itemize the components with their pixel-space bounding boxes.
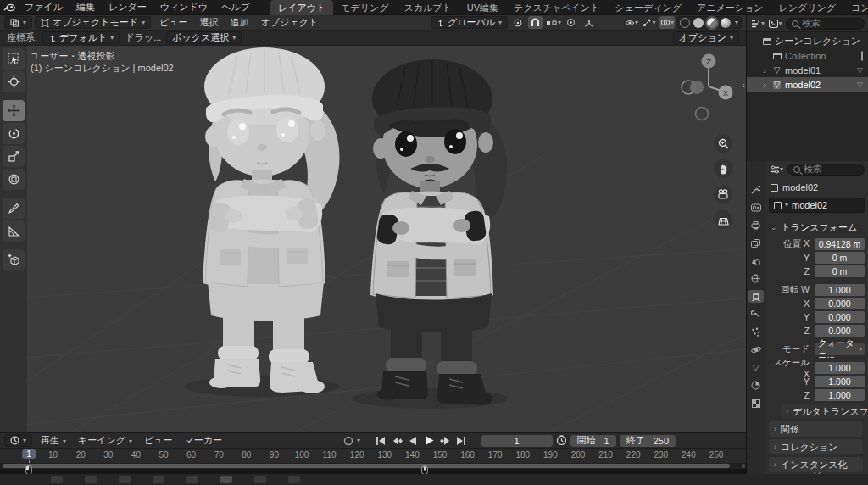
timeline-ruler[interactable]: 1102030405060708090100110120130140150160… [0, 448, 746, 463]
viewport-menu[interactable]: ビュー [153, 15, 194, 30]
outliner-row[interactable]: ›▽model01▽ [747, 63, 868, 77]
funnel-icon[interactable]: ▽ [857, 66, 863, 75]
navigation-gizmo[interactable]: Z X [680, 49, 734, 127]
properties-filter-button[interactable]: ▾ [769, 163, 784, 176]
select-box-tool[interactable] [3, 48, 25, 70]
add-primitive-tool[interactable] [3, 249, 25, 270]
timeline-menu[interactable]: マーカー [179, 433, 229, 448]
viewport-menu[interactable]: 追加 [225, 15, 255, 30]
prev-keyframe-button[interactable] [389, 435, 404, 447]
workspace-tab[interactable]: シェーディング [607, 0, 689, 15]
proportional-falloff-button[interactable] [581, 16, 597, 29]
funnel-icon[interactable]: ▽ [857, 81, 863, 89]
transform-orientation[interactable]: グローバル ▾ [431, 16, 508, 29]
property-value-field[interactable]: 1.000 [815, 284, 865, 296]
mode-dropdown[interactable]: クォータニ...▾ [815, 343, 865, 355]
timeline-menu[interactable]: ビュー [138, 433, 179, 448]
workspace-tab[interactable]: レンダリング [771, 0, 843, 15]
property-value-field[interactable]: 0.94128 m [815, 238, 865, 250]
object-name-field[interactable]: ▾ model02 [769, 198, 865, 213]
viewport-menu[interactable]: オブジェクト [255, 15, 325, 30]
rotate-tool[interactable] [3, 123, 25, 144]
play-reverse-button[interactable] [405, 435, 420, 447]
tool-tab[interactable] [748, 183, 764, 196]
select-mode-dropdown[interactable]: ボックス選択 ▾ [166, 31, 242, 44]
property-value-field[interactable]: 0 m [815, 265, 865, 277]
outliner-display-mode-button[interactable]: ▾ [750, 17, 765, 30]
outliner-search-input[interactable]: 検索 [786, 18, 865, 30]
jump-to-start-button[interactable] [373, 435, 388, 447]
topbar-menu[interactable]: ウィンドウ [153, 0, 214, 14]
material-properties-tab[interactable] [748, 379, 764, 392]
panel-section-header[interactable]: ›デルタトランスフォーム [781, 404, 863, 419]
workspace-tab[interactable]: スカルプト [396, 0, 459, 15]
wireframe-shading-icon[interactable] [680, 18, 690, 28]
panel-collapse-arrow[interactable]: ‹ [742, 80, 745, 90]
material-shading-icon[interactable] [707, 18, 717, 28]
topbar-menu[interactable]: レンダー [102, 0, 153, 14]
use-preview-range-icon[interactable] [556, 435, 567, 446]
chevron-down-icon[interactable]: ▾ [735, 20, 738, 26]
annotate-tool[interactable] [3, 198, 25, 219]
move-tool[interactable] [3, 100, 25, 121]
camera-view-icon[interactable] [714, 185, 732, 203]
character-model01[interactable] [184, 47, 340, 397]
cursor-tool[interactable] [3, 71, 25, 92]
workspace-tab[interactable]: テクスチャペイント [506, 0, 607, 15]
timeline-vscroll-nub[interactable] [742, 464, 745, 468]
mode-selector[interactable]: オブジェクトモード ▾ [35, 16, 151, 29]
pivot-point-button[interactable] [510, 16, 526, 29]
gizmos-dropdown[interactable]: ▾ [642, 16, 657, 29]
topbar-menu[interactable]: 編集 [70, 0, 102, 14]
physics-properties-tab[interactable] [748, 343, 764, 356]
expand-arrow-icon[interactable]: › [760, 65, 769, 75]
output-properties-tab[interactable] [748, 219, 764, 231]
editor-type-button[interactable]: ▾ [4, 16, 32, 29]
frame-end-field[interactable]: 終了 250 [620, 435, 676, 447]
render-properties-tab[interactable] [748, 201, 764, 214]
property-value-field[interactable]: 1.000 [815, 362, 865, 374]
object-data-properties-tab[interactable]: ▽ [748, 361, 764, 374]
outliner-filter-button[interactable]: ▾ [768, 17, 783, 30]
texture-properties-tab[interactable] [748, 397, 764, 410]
zoom-icon[interactable] [714, 134, 732, 153]
expand-arrow-icon[interactable]: › [760, 80, 769, 90]
next-keyframe-button[interactable] [437, 435, 453, 447]
transform-section-header[interactable]: ⌄ トランスフォーム [767, 220, 865, 235]
properties-search-input[interactable]: 検索 [787, 164, 865, 176]
snap-magnet-button[interactable] [528, 16, 543, 29]
outliner-row[interactable]: Collection [747, 48, 868, 63]
current-frame-indicator[interactable]: 1 [22, 449, 36, 459]
orientation-default-dropdown[interactable]: デフォルト ▾ [42, 31, 120, 44]
visibility-dropdown[interactable]: ▾ [624, 16, 639, 29]
panel-section-header[interactable]: ›関係 [769, 421, 863, 437]
pan-hand-icon[interactable] [714, 159, 732, 178]
workspace-tab[interactable]: アニメーション [689, 0, 771, 15]
outliner-row[interactable]: ›▽model02▽ [747, 77, 868, 92]
transform-tool[interactable] [3, 169, 25, 190]
snap-settings-button[interactable]: ▾ [546, 16, 561, 29]
ortho-perspective-icon[interactable] [714, 210, 732, 229]
current-frame-field[interactable]: 1 [481, 435, 553, 447]
proportional-editing-button[interactable] [564, 16, 579, 29]
frame-start-field[interactable]: 開始 1 [570, 435, 616, 447]
property-value-field[interactable]: 0.000 [815, 325, 865, 337]
blender-logo-icon[interactable] [3, 2, 16, 14]
panel-section-header[interactable]: ›インスタンス化 [769, 457, 863, 472]
breadcrumb-object-name[interactable]: model02 [782, 182, 818, 192]
rendered-shading-icon[interactable] [721, 18, 731, 28]
play-button[interactable] [421, 435, 437, 447]
exclude-checkbox-icon[interactable] [861, 52, 863, 60]
overlays-dropdown[interactable]: ▾ [659, 16, 675, 29]
outliner-row[interactable]: シーンコレクション [747, 34, 868, 48]
particle-properties-tab[interactable] [748, 326, 764, 338]
property-value-field[interactable]: 0 m [815, 252, 865, 264]
timeline-menu[interactable]: 再生▾ [35, 433, 72, 448]
viewport-3d[interactable]: ユーザー・透視投影 (1) シーンコレクション | model02 [0, 46, 746, 432]
timeline-scrollbar[interactable] [0, 463, 746, 469]
property-value-field[interactable]: 0.000 [815, 298, 865, 309]
options-dropdown[interactable]: オプション ▾ [673, 31, 739, 44]
workspace-tab[interactable]: コンポジティング [843, 0, 868, 15]
auto-keyframe-button[interactable] [341, 435, 356, 447]
property-value-field[interactable]: 1.000 [815, 376, 865, 387]
